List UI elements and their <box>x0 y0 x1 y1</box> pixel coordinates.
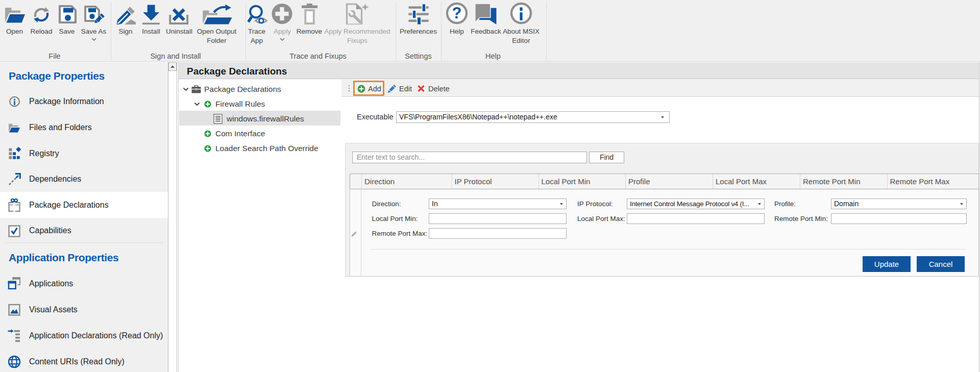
svg-text:?: ? <box>452 4 462 22</box>
